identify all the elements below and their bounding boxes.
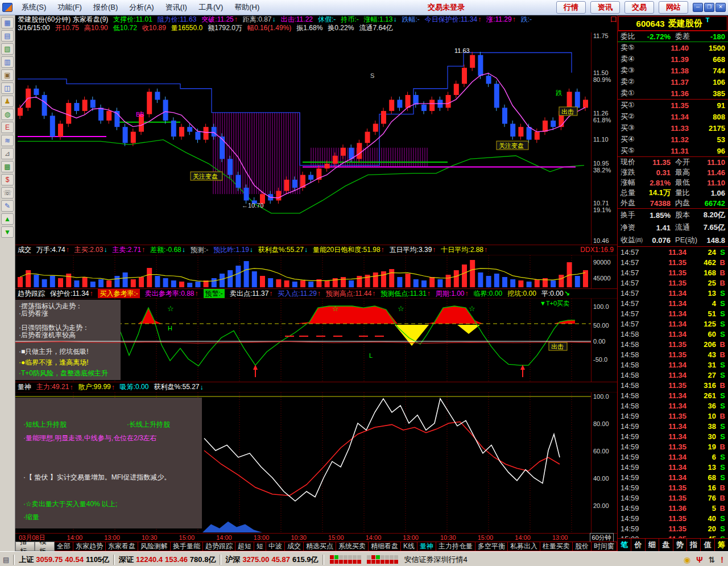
indicator-tab-中波[interactable]: 中波 [266,542,285,551]
tick-row: 14:5911.3540S [618,513,728,523]
volume-chart[interactable] [15,255,591,288]
quick-button-3[interactable]: 交易 [624,1,654,14]
broker-connection: 安信证券深圳行情4 [404,555,680,565]
alert-icon[interactable]: ! [721,555,723,564]
quick-button-4[interactable]: 网站 [659,1,688,14]
order-level-row[interactable]: 买⑤11.3196 [618,145,728,156]
quote-tab-5[interactable]: 势 [673,539,686,551]
info-segment: 挖坑:0.00 [507,289,536,299]
order-level-row[interactable]: 买③11.332175 [618,122,728,134]
order-level-row[interactable]: 买②11.34808 [618,111,728,122]
calendar-icon[interactable]: ▣ [1,69,14,81]
indicator-tab-精选买点[interactable]: 精选买点 [304,542,336,551]
info-segment: 3/16/15:00 [18,24,50,32]
menu-item-6[interactable]: 工具(V) [193,1,229,14]
antenna-icon[interactable]: Ψ [696,555,702,564]
indicator-tab-系统买卖[interactable]: 系统买卖 [336,542,369,551]
trend-chart[interactable]: ·摆荡指标认为走势：·后势看涨·日强弱指数认为走势：·后势看涨机率较高·■只做主… [15,299,591,382]
indicator-tab-换手量能[interactable]: 换手量能 [171,542,203,551]
wave-icon[interactable]: ≋ [1,135,14,146]
menu-item-1[interactable]: 系统(S) [16,1,52,14]
quote-tab-1[interactable]: 笔 [618,539,631,551]
quote-tab-7[interactable]: 值 [700,539,714,551]
indicator-tab-量神[interactable]: 量神 [417,542,436,551]
indicator-tab-精细看盘[interactable]: 精细看盘 [369,542,401,551]
fund-coin-icon[interactable]: ◉ [684,555,690,564]
monitor-icon[interactable]: ◫ [1,82,14,94]
info-field: 突破:11.25 [201,15,233,24]
menu-item-7[interactable]: 帮助(H) [229,1,265,14]
indicator-tab-主力持仓量[interactable]: 主力持仓量 [436,542,475,551]
indicator-tab-趋势跟踪[interactable]: 趋势跟踪 [203,542,235,551]
time-label: 13:00 [254,534,270,541]
star-marker-icon: ☆ [332,304,339,313]
updown-arrows-icon[interactable]: ⇅ [709,555,715,564]
indicator-tab-时间窗[interactable]: 时间窗 [592,542,617,551]
menu-item-3[interactable]: 报价(B) [88,1,123,14]
star-marker-icon: ☆ [469,304,475,313]
table-icon[interactable]: ▥ [1,56,14,68]
tick-volume: 51 [686,309,716,318]
restore-button[interactable]: ❐ [704,3,714,12]
fund-icon[interactable]: ▩ [1,161,14,172]
quote-tab-2[interactable]: 价 [631,539,644,551]
tick-time: 14:59 [621,524,644,533]
order-level-row[interactable]: 卖④11.39668 [618,53,728,65]
level-label: 买② [621,111,643,122]
field-value: 2.81% [643,179,671,187]
close-button[interactable]: ✕ [715,3,726,12]
indicator-tab-东家趋势[interactable]: 东家趋势 [73,542,106,551]
phone-icon[interactable]: ☏ [1,187,14,199]
tab-button-1[interactable]: 指标 [15,542,35,551]
menu-item-4[interactable]: 分析(A) [123,1,159,14]
quote-tab-6[interactable]: 指 [686,539,700,551]
users-icon[interactable]: ♟ [1,96,14,107]
quick-button-1[interactable]: 行情 [556,1,586,14]
tab-button-2[interactable]: 模板 [35,542,54,551]
order-level-row[interactable]: 买①11.3591 [618,100,728,111]
tick-volume: 27 [686,371,716,379]
indicator-tab-超短[interactable]: 超短 [235,542,254,551]
liangshen-chart[interactable]: ·短线上升持股·长线上升持股·量能理想,明显走强,中线参与,仓位在2/3左右·【… [15,393,591,533]
indicator-tab-柱量买卖[interactable]: 柱量买卖 [540,542,573,551]
indicator-tab-短[interactable]: 短 [254,542,266,551]
chart-icon[interactable]: ▧ [1,43,14,55]
login-status: 交易未登录 [428,2,465,13]
down-arrow-icon[interactable]: ▼ [1,226,14,238]
order-level-row[interactable]: 卖③11.38744 [618,65,728,76]
quote-tab-8[interactable]: 筹 [714,539,728,551]
indicator-tab-东家看盘[interactable]: 东家看盘 [106,542,138,551]
indicator-tab-全部[interactable]: 全部 [55,542,73,551]
indicator-tab-私募出入[interactable]: 私募出入 [508,542,540,551]
quick-button-2[interactable]: 资讯 [590,1,620,14]
order-level-row[interactable]: 卖②11.37106 [618,76,728,88]
menu-item-2[interactable]: 功能(F) [52,1,88,14]
indicator-tab-风险测解[interactable]: 风险测解 [138,542,171,551]
tick-price: 11.35 [644,443,686,451]
indicator-tab-K线[interactable]: K线 [401,542,417,551]
order-level-row[interactable]: 卖①11.36385 [618,88,728,99]
globe-icon[interactable]: ◍ [1,109,14,120]
menu-item-5[interactable]: 资讯(I) [160,1,193,14]
pen-icon[interactable]: ✎ [1,200,14,212]
board-icon[interactable]: ▤ [1,30,14,42]
indicator-tab-股价[interactable]: 股价 [573,542,592,551]
info-field: 爱建股份(60分钟) 东家看盘(9) [18,15,108,24]
kline-chart[interactable]: 11.63S跌出击关注变盘关注变盘←10.70BB [15,32,591,245]
money-icon[interactable]: $ [1,174,14,185]
info-field: 低10.72 [113,24,137,32]
indicator-tab-成交[interactable]: 成交 [285,542,304,551]
ruler-icon[interactable]: ⊿ [1,148,14,159]
quote-tab-4[interactable]: 盘 [659,539,672,551]
level-label: 卖④ [621,54,643,64]
quote-tab-3[interactable]: 细 [645,539,659,551]
quote-grid-icon[interactable]: ▦ [1,17,14,28]
minimize-button[interactable]: ─ [693,3,703,12]
order-level-row[interactable]: 卖⑤11.401500 [618,42,728,53]
indicator-tab-多空平衡[interactable]: 多空平衡 [475,542,508,551]
tick-row: 14:5711.344S [618,298,728,308]
up-arrow-icon[interactable]: ▲ [1,213,14,225]
etf-icon[interactable]: E [1,122,14,133]
tick-direction: S [716,402,725,410]
order-level-row[interactable]: 买④11.3253 [618,134,728,145]
